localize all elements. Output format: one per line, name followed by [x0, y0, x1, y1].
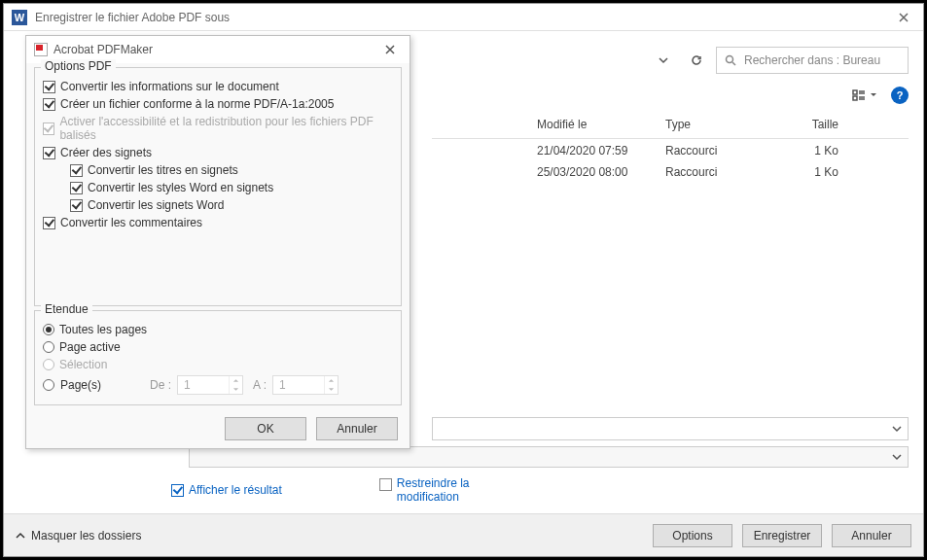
range-pages-row: Page(s) De : 1 A : 1	[43, 373, 393, 397]
options-button[interactable]: Options	[653, 524, 732, 547]
range-current[interactable]: Page active	[43, 338, 393, 356]
spin-down-icon[interactable]	[232, 387, 239, 392]
col-header-size[interactable]: Taille	[780, 116, 838, 138]
pdf-options-group: Options PDF Convertir les informations s…	[34, 67, 402, 306]
history-dropdown-button[interactable]	[650, 47, 677, 74]
main-title: Enregistrer le fichier Adobe PDF sous	[35, 11, 884, 24]
pdfmaker-ok-button[interactable]: OK	[225, 417, 306, 440]
range-group: Etendue Toutes les pages Page active Sél…	[34, 310, 402, 405]
file-row[interactable]: 25/03/2020 08:00 Raccourci 1 Ko	[432, 163, 909, 183]
pdf-icon	[34, 43, 48, 56]
spin-up-icon[interactable]	[328, 378, 335, 383]
cancel-button[interactable]: Annuler	[832, 524, 911, 547]
view-mode-button[interactable]	[852, 89, 877, 101]
main-titlebar: W Enregistrer le fichier Adobe PDF sous	[4, 4, 923, 31]
opt-bm-styles[interactable]: Convertir les styles Word en signets	[43, 179, 393, 196]
range-to-label: A :	[253, 378, 267, 392]
range-all[interactable]: Toutes les pages	[43, 321, 393, 338]
chevron-down-icon	[892, 424, 902, 434]
refresh-button[interactable]	[683, 47, 710, 74]
opt-doc-info[interactable]: Convertir les informations sur le docume…	[43, 78, 393, 95]
radio-icon	[43, 324, 54, 335]
radio-icon	[43, 341, 54, 353]
checkbox-icon	[171, 484, 184, 497]
radio-icon	[43, 359, 54, 370]
opt-bm-headings[interactable]: Convertir les titres en signets	[43, 161, 393, 179]
col-header-name[interactable]	[432, 116, 537, 138]
chevron-up-icon	[16, 531, 25, 541]
search-icon	[725, 54, 736, 66]
range-to-spinner[interactable]: 1	[272, 375, 339, 395]
opt-pdfa[interactable]: Créer un fichier conforme à la norme PDF…	[43, 95, 393, 113]
filetype-field[interactable]	[189, 446, 909, 468]
address-toolbar: Rechercher dans : Bureau	[650, 47, 909, 74]
opt-bm-word[interactable]: Convertir les signets Word	[43, 196, 393, 214]
pdfmaker-button-row: OK Annuler	[26, 409, 410, 448]
checkbox-icon	[70, 164, 83, 177]
svg-rect-1	[853, 90, 857, 94]
search-input[interactable]: Rechercher dans : Bureau	[716, 47, 909, 74]
checkbox-icon	[43, 122, 54, 135]
range-selection: Sélection	[43, 356, 393, 373]
save-button[interactable]: Enregistrer	[742, 524, 822, 547]
opt-bookmarks[interactable]: Créer des signets	[43, 144, 393, 161]
bottom-options: Afficher le résultat Restreindre la modi…	[4, 476, 923, 504]
checkbox-icon	[70, 182, 83, 194]
file-row[interactable]: 21/04/2020 07:59 Raccourci 1 Ko	[432, 142, 909, 161]
spin-up-icon[interactable]	[232, 378, 239, 383]
dropdown-arrow-icon	[870, 91, 877, 99]
opt-tagged: Activer l'accessibilité et la redistribu…	[43, 113, 393, 144]
range-from-label: De :	[150, 378, 171, 392]
svg-point-0	[727, 56, 733, 63]
close-icon	[385, 45, 395, 54]
footer-bar: Masquer les dossiers Options Enregistrer…	[4, 513, 923, 556]
checkbox-icon	[379, 478, 392, 491]
save-as-dialog: W Enregistrer le fichier Adobe PDF sous …	[3, 3, 924, 557]
chevron-down-icon	[659, 55, 668, 65]
filename-field[interactable]	[432, 417, 909, 440]
close-icon	[899, 13, 909, 22]
range-legend: Etendue	[41, 302, 92, 316]
view-toolbar: ?	[852, 87, 909, 104]
col-header-modified[interactable]: Modifié le	[537, 116, 665, 138]
search-placeholder: Rechercher dans : Bureau	[744, 53, 880, 67]
svg-rect-2	[853, 96, 857, 100]
checkbox-icon	[43, 81, 55, 93]
pdfmaker-cancel-button[interactable]: Annuler	[316, 417, 398, 440]
range-from-spinner[interactable]: 1	[177, 375, 243, 395]
pdfmaker-title: Acrobat PDFMaker	[53, 43, 378, 56]
range-pages-radio[interactable]	[43, 379, 54, 391]
restrict-modification-checkbox[interactable]: Restreindre la modification	[379, 476, 484, 504]
checkbox-icon	[70, 199, 83, 212]
hide-folders-button[interactable]: Masquer les dossiers	[16, 529, 141, 542]
opt-comments[interactable]: Convertir les commentaires	[43, 214, 393, 231]
col-header-type[interactable]: Type	[665, 116, 780, 138]
checkbox-icon	[43, 217, 55, 229]
checkbox-icon	[43, 98, 55, 111]
help-button[interactable]: ?	[891, 87, 909, 104]
checkbox-icon	[43, 147, 55, 159]
pdfmaker-dialog: Acrobat PDFMaker Options PDF Convertir l…	[25, 35, 410, 449]
pdfmaker-close-button[interactable]	[378, 38, 402, 61]
show-result-checkbox[interactable]: Afficher le résultat	[171, 476, 282, 504]
view-list-icon	[852, 89, 866, 101]
range-pages-label: Page(s)	[60, 378, 128, 392]
word-icon: W	[12, 10, 27, 25]
spin-down-icon[interactable]	[328, 387, 335, 392]
pdf-options-legend: Options PDF	[41, 59, 116, 73]
chevron-down-icon	[892, 452, 902, 462]
main-close-button[interactable]	[884, 4, 923, 31]
file-list-header: Modifié le Type Taille	[432, 116, 909, 139]
refresh-icon	[691, 54, 702, 66]
